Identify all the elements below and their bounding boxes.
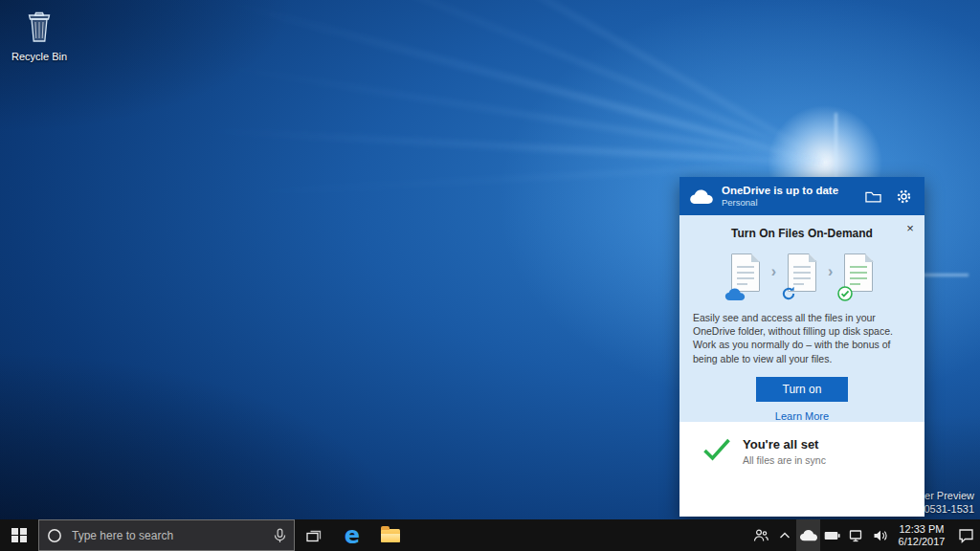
action-center-button[interactable] <box>951 519 980 551</box>
sync-status-section: You're all set All files are in sync <box>679 422 924 517</box>
cortana-icon <box>47 528 62 543</box>
file-explorer-icon <box>381 529 400 542</box>
chevron-right-icon: › <box>771 263 776 280</box>
promo-title: Turn On Files On-Demand <box>731 227 873 240</box>
learn-more-link[interactable]: Learn More <box>775 410 829 422</box>
battery-icon <box>824 531 840 540</box>
search-input[interactable] <box>70 528 266 543</box>
clock[interactable]: 12:33 PM 6/12/2017 <box>892 519 951 551</box>
close-icon[interactable]: × <box>902 219 919 236</box>
turn-on-button[interactable]: Turn on <box>756 377 849 402</box>
windows-logo-icon <box>11 528 27 543</box>
gear-icon <box>896 188 912 205</box>
volume-button[interactable] <box>868 519 892 551</box>
status-title: You're all set <box>743 437 826 452</box>
check-badge-icon <box>837 286 853 301</box>
battery-button[interactable] <box>820 519 844 551</box>
promo-description: Easily see and access all the files in y… <box>693 311 911 365</box>
network-icon <box>849 529 864 542</box>
task-view-button[interactable] <box>295 519 333 551</box>
recycle-bin-shortcut[interactable]: Recycle Bin <box>8 8 71 62</box>
folder-icon <box>864 188 882 204</box>
start-button[interactable] <box>0 519 38 551</box>
files-on-demand-promo: × Turn On Files On-Demand › <box>679 215 924 422</box>
action-center-icon <box>958 528 974 543</box>
network-button[interactable] <box>844 519 868 551</box>
people-button[interactable] <box>748 519 772 551</box>
settings-button[interactable] <box>892 185 915 208</box>
onedrive-flyout-header: OneDrive is up to date Personal <box>679 177 924 215</box>
success-check-icon <box>702 437 731 462</box>
files-on-demand-illustration: › › <box>726 253 879 301</box>
status-subtitle: All files are in sync <box>743 454 826 466</box>
edge-taskbar-button[interactable]: e <box>333 519 371 551</box>
clock-date: 6/12/2017 <box>899 536 946 548</box>
onedrive-tray-button[interactable] <box>796 519 820 551</box>
recycle-bin-label[interactable]: Recycle Bin <box>8 51 71 62</box>
taskbar-search-box[interactable] <box>38 519 295 551</box>
microphone-icon[interactable] <box>274 528 286 543</box>
onedrive-flyout: OneDrive is up to date Personal × Turn O… <box>679 177 924 517</box>
onedrive-account-label: Personal <box>722 197 854 209</box>
taskbar: e <box>0 519 980 551</box>
recycle-bin-icon[interactable] <box>23 8 56 44</box>
show-hidden-icons-button[interactable] <box>772 519 796 551</box>
open-folder-button[interactable] <box>861 185 884 208</box>
synced-file-illustration <box>839 253 878 301</box>
clock-time: 12:33 PM <box>899 523 944 536</box>
edge-icon: e <box>345 524 360 547</box>
onedrive-cloud-icon <box>689 188 714 205</box>
sync-badge-icon <box>781 286 796 301</box>
system-tray: 12:33 PM 6/12/2017 <box>748 519 980 551</box>
people-icon <box>753 528 768 542</box>
chevron-up-icon <box>779 531 791 540</box>
syncing-file-illustration <box>783 253 821 301</box>
file-explorer-taskbar-button[interactable] <box>371 519 410 551</box>
chevron-right-icon: › <box>828 263 833 280</box>
cloud-file-illustration <box>726 253 765 301</box>
cloud-badge-icon <box>724 287 746 301</box>
onedrive-tray-icon <box>799 529 818 541</box>
task-view-icon <box>305 528 323 543</box>
speaker-icon <box>873 529 888 542</box>
onedrive-status-title: OneDrive is up to date <box>722 185 854 197</box>
